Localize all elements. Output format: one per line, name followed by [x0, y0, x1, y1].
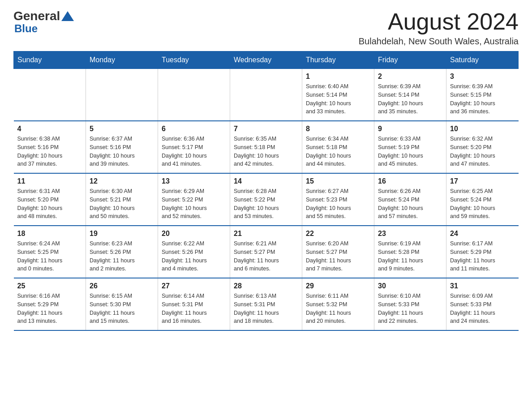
calendar-cell: 25Sunrise: 6:16 AM Sunset: 5:29 PM Dayli… — [14, 278, 86, 330]
day-number: 13 — [162, 177, 226, 185]
day-info: Sunrise: 6:36 AM Sunset: 5:17 PM Dayligh… — [162, 135, 226, 168]
title-area: August 2024 Bulahdelah, New South Wales,… — [359, 9, 519, 47]
calendar-cell: 24Sunrise: 6:17 AM Sunset: 5:29 PM Dayli… — [446, 226, 519, 278]
day-number: 6 — [162, 125, 226, 133]
calendar-week-2: 4Sunrise: 6:38 AM Sunset: 5:16 PM Daylig… — [14, 121, 519, 173]
calendar-cell: 18Sunrise: 6:24 AM Sunset: 5:25 PM Dayli… — [14, 226, 86, 278]
calendar-cell: 12Sunrise: 6:30 AM Sunset: 5:21 PM Dayli… — [86, 173, 158, 226]
day-number: 28 — [234, 282, 298, 290]
calendar-cell: 9Sunrise: 6:33 AM Sunset: 5:19 PM Daylig… — [374, 121, 446, 173]
calendar-cell: 15Sunrise: 6:27 AM Sunset: 5:23 PM Dayli… — [302, 173, 374, 226]
logo-blue-text: Blue — [14, 22, 38, 35]
day-info: Sunrise: 6:37 AM Sunset: 5:16 PM Dayligh… — [90, 135, 154, 168]
day-info: Sunrise: 6:31 AM Sunset: 5:20 PM Dayligh… — [17, 187, 82, 221]
day-info: Sunrise: 6:24 AM Sunset: 5:25 PM Dayligh… — [17, 240, 82, 273]
day-info: Sunrise: 6:34 AM Sunset: 5:18 PM Dayligh… — [306, 135, 370, 168]
day-number: 18 — [17, 230, 82, 238]
day-number: 15 — [306, 177, 370, 185]
page-header: General Blue August 2024 Bulahdelah, New… — [13, 9, 519, 47]
day-info: Sunrise: 6:39 AM Sunset: 5:14 PM Dayligh… — [378, 82, 442, 116]
calendar-cell: 4Sunrise: 6:38 AM Sunset: 5:16 PM Daylig… — [14, 121, 86, 173]
weekday-header-sunday: Sunday — [14, 51, 86, 69]
day-info: Sunrise: 6:19 AM Sunset: 5:28 PM Dayligh… — [378, 240, 442, 273]
calendar-header: SundayMondayTuesdayWednesdayThursdayFrid… — [14, 51, 519, 69]
calendar-cell: 10Sunrise: 6:32 AM Sunset: 5:20 PM Dayli… — [446, 121, 519, 173]
calendar-cell: 5Sunrise: 6:37 AM Sunset: 5:16 PM Daylig… — [86, 121, 158, 173]
calendar-cell: 2Sunrise: 6:39 AM Sunset: 5:14 PM Daylig… — [374, 69, 446, 121]
day-info: Sunrise: 6:39 AM Sunset: 5:15 PM Dayligh… — [450, 82, 515, 116]
day-info: Sunrise: 6:10 AM Sunset: 5:33 PM Dayligh… — [378, 292, 442, 325]
day-number: 8 — [306, 125, 370, 133]
day-info: Sunrise: 6:23 AM Sunset: 5:26 PM Dayligh… — [90, 240, 154, 273]
day-number: 23 — [378, 230, 442, 238]
calendar-cell: 21Sunrise: 6:21 AM Sunset: 5:27 PM Dayli… — [230, 226, 302, 278]
weekday-header-thursday: Thursday — [302, 51, 374, 69]
calendar-week-1: 1Sunrise: 6:40 AM Sunset: 5:14 PM Daylig… — [14, 69, 519, 121]
weekday-header-row: SundayMondayTuesdayWednesdayThursdayFrid… — [14, 51, 519, 69]
day-info: Sunrise: 6:09 AM Sunset: 5:33 PM Dayligh… — [450, 292, 515, 325]
day-number: 12 — [90, 177, 154, 185]
day-number: 21 — [234, 230, 298, 238]
day-number: 20 — [162, 230, 226, 238]
day-number: 10 — [450, 125, 515, 133]
day-info: Sunrise: 6:15 AM Sunset: 5:30 PM Dayligh… — [90, 292, 154, 325]
calendar-cell: 13Sunrise: 6:29 AM Sunset: 5:22 PM Dayli… — [158, 173, 230, 226]
calendar-week-4: 18Sunrise: 6:24 AM Sunset: 5:25 PM Dayli… — [14, 226, 519, 278]
day-info: Sunrise: 6:11 AM Sunset: 5:32 PM Dayligh… — [306, 292, 370, 325]
day-number: 30 — [378, 282, 442, 290]
day-info: Sunrise: 6:21 AM Sunset: 5:27 PM Dayligh… — [234, 240, 298, 273]
calendar-cell: 27Sunrise: 6:14 AM Sunset: 5:31 PM Dayli… — [158, 278, 230, 330]
day-number: 24 — [450, 230, 515, 238]
weekday-header-monday: Monday — [86, 51, 158, 69]
calendar-cell: 17Sunrise: 6:25 AM Sunset: 5:24 PM Dayli… — [446, 173, 519, 226]
calendar-cell — [230, 69, 302, 121]
calendar-cell: 30Sunrise: 6:10 AM Sunset: 5:33 PM Dayli… — [374, 278, 446, 330]
day-number: 9 — [378, 125, 442, 133]
calendar-cell — [14, 69, 86, 121]
calendar-cell: 11Sunrise: 6:31 AM Sunset: 5:20 PM Dayli… — [14, 173, 86, 226]
calendar-cell: 1Sunrise: 6:40 AM Sunset: 5:14 PM Daylig… — [302, 69, 374, 121]
day-number: 29 — [306, 282, 370, 290]
day-number: 19 — [90, 230, 154, 238]
day-number: 11 — [17, 177, 82, 185]
day-number: 5 — [90, 125, 154, 133]
month-title: August 2024 — [359, 9, 519, 34]
day-info: Sunrise: 6:26 AM Sunset: 5:24 PM Dayligh… — [378, 187, 442, 221]
day-info: Sunrise: 6:16 AM Sunset: 5:29 PM Dayligh… — [17, 292, 82, 325]
calendar-cell: 22Sunrise: 6:20 AM Sunset: 5:27 PM Dayli… — [302, 226, 374, 278]
day-number: 16 — [378, 177, 442, 185]
logo: General Blue — [13, 9, 74, 35]
day-info: Sunrise: 6:38 AM Sunset: 5:16 PM Dayligh… — [17, 135, 82, 168]
day-info: Sunrise: 6:13 AM Sunset: 5:31 PM Dayligh… — [234, 292, 298, 325]
calendar-week-3: 11Sunrise: 6:31 AM Sunset: 5:20 PM Dayli… — [14, 173, 519, 226]
day-number: 2 — [378, 73, 442, 81]
calendar-cell: 23Sunrise: 6:19 AM Sunset: 5:28 PM Dayli… — [374, 226, 446, 278]
day-number: 31 — [450, 282, 515, 290]
calendar-table: SundayMondayTuesdayWednesdayThursdayFrid… — [13, 51, 519, 331]
day-info: Sunrise: 6:29 AM Sunset: 5:22 PM Dayligh… — [162, 187, 226, 221]
day-number: 1 — [306, 73, 370, 81]
day-info: Sunrise: 6:40 AM Sunset: 5:14 PM Dayligh… — [306, 82, 370, 116]
calendar-cell: 19Sunrise: 6:23 AM Sunset: 5:26 PM Dayli… — [86, 226, 158, 278]
logo-arrow-icon — [61, 11, 74, 21]
calendar-cell: 26Sunrise: 6:15 AM Sunset: 5:30 PM Dayli… — [86, 278, 158, 330]
calendar-cell: 3Sunrise: 6:39 AM Sunset: 5:15 PM Daylig… — [446, 69, 519, 121]
calendar-cell: 8Sunrise: 6:34 AM Sunset: 5:18 PM Daylig… — [302, 121, 374, 173]
day-number: 25 — [17, 282, 82, 290]
day-info: Sunrise: 6:14 AM Sunset: 5:31 PM Dayligh… — [162, 292, 226, 325]
calendar-cell: 28Sunrise: 6:13 AM Sunset: 5:31 PM Dayli… — [230, 278, 302, 330]
day-number: 4 — [17, 125, 82, 133]
day-info: Sunrise: 6:17 AM Sunset: 5:29 PM Dayligh… — [450, 240, 515, 273]
weekday-header-friday: Friday — [374, 51, 446, 69]
day-number: 14 — [234, 177, 298, 185]
location-title: Bulahdelah, New South Wales, Australia — [359, 36, 519, 47]
calendar-cell: 20Sunrise: 6:22 AM Sunset: 5:26 PM Dayli… — [158, 226, 230, 278]
calendar-cell — [86, 69, 158, 121]
day-number: 26 — [90, 282, 154, 290]
calendar-body: 1Sunrise: 6:40 AM Sunset: 5:14 PM Daylig… — [14, 69, 519, 331]
day-info: Sunrise: 6:22 AM Sunset: 5:26 PM Dayligh… — [162, 240, 226, 273]
day-number: 17 — [450, 177, 515, 185]
day-info: Sunrise: 6:32 AM Sunset: 5:20 PM Dayligh… — [450, 135, 515, 168]
day-number: 7 — [234, 125, 298, 133]
day-number: 22 — [306, 230, 370, 238]
